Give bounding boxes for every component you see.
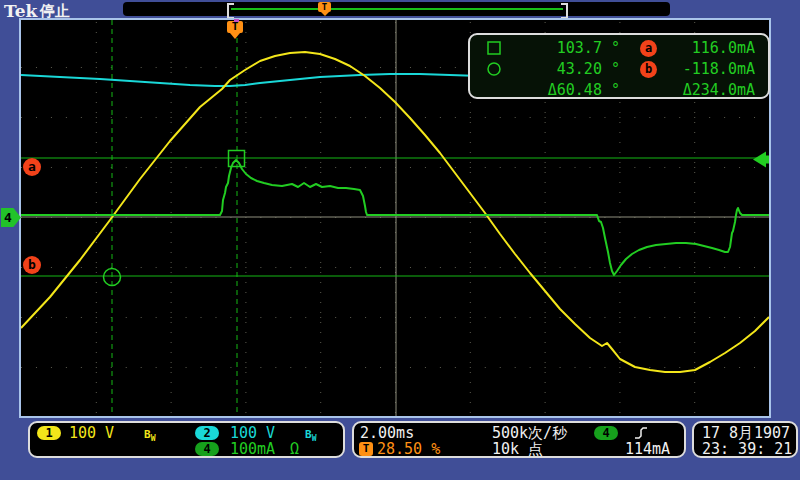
grid-dot (694, 132, 695, 133)
grid-dot (171, 312, 172, 313)
grid-dot (171, 292, 172, 293)
grid-dot (21, 317, 22, 318)
grid-dot (245, 312, 246, 313)
record-view-bar[interactable]: T (123, 2, 670, 16)
grid-dot (305, 267, 306, 268)
trigger-position-marker[interactable]: T (227, 21, 243, 33)
grid-dot (470, 202, 471, 203)
grid-dot (290, 117, 291, 118)
grid-dot (96, 62, 97, 63)
window-bracket-right[interactable] (561, 3, 568, 19)
grid-dot (81, 317, 82, 318)
grid-dot (754, 367, 755, 368)
cursor-a-marker[interactable]: a (23, 158, 41, 176)
grid-dot (560, 367, 561, 368)
grid-dot (186, 367, 187, 368)
ch1-scale: 100 V (69, 425, 114, 441)
grid-dot (754, 167, 755, 168)
grid-dot (694, 172, 695, 173)
grid-dot (619, 362, 620, 363)
grid-dot (245, 82, 246, 83)
cursor-a-amplitude: 116.0mA (635, 40, 755, 56)
ch4-badge: 4 (195, 442, 219, 456)
grid-dot (530, 167, 531, 168)
grid-dot (141, 317, 142, 318)
grid-dot (111, 367, 112, 368)
grid-dot (171, 22, 172, 23)
grid-dot (320, 132, 321, 133)
grid-dot (619, 112, 620, 113)
grid-dot (245, 322, 246, 323)
grid-dot (245, 342, 246, 343)
grid-dot (245, 92, 246, 93)
grid-dot (560, 267, 561, 268)
grid-dot (350, 267, 351, 268)
grid-dot (275, 367, 276, 368)
grid-dot (171, 272, 172, 273)
record-trigger-marker[interactable]: T (318, 2, 331, 12)
grid-dot (96, 342, 97, 343)
grid-dot (171, 162, 172, 163)
grid-dot (470, 172, 471, 173)
grid-dot (545, 267, 546, 268)
trigger-position-percent: 28.50 % (377, 441, 440, 457)
grid-dot (201, 317, 202, 318)
grid-dot (81, 167, 82, 168)
window-bracket-left[interactable] (227, 3, 234, 19)
grid-dot (245, 232, 246, 233)
grid-dot (186, 317, 187, 318)
grid-dot (96, 32, 97, 33)
grid-dot (694, 152, 695, 153)
grid-dot (245, 117, 246, 118)
trigger-level-arrow[interactable] (753, 152, 766, 168)
grid-dot (96, 272, 97, 273)
grid-dot (96, 322, 97, 323)
grid-dot (21, 117, 22, 118)
grid-dot (664, 267, 665, 268)
grid-dot (455, 167, 456, 168)
grid-dot (245, 132, 246, 133)
grid-dot (470, 267, 471, 268)
grid-dot (545, 312, 546, 313)
grid-dot (470, 262, 471, 263)
grid-dot (485, 267, 486, 268)
grid-dot (245, 317, 246, 318)
grid-dot (455, 117, 456, 118)
grid-dot (545, 302, 546, 303)
grid-dot (470, 112, 471, 113)
grid-dot (171, 412, 172, 413)
grid-dot (171, 252, 172, 253)
grid-dot (96, 282, 97, 283)
grid-dot (679, 267, 680, 268)
grid-dot (694, 342, 695, 343)
grid-dot (186, 267, 187, 268)
grid-dot (290, 167, 291, 168)
grid-dot (619, 332, 620, 333)
grid-dot (320, 312, 321, 313)
grid-dot (171, 262, 172, 263)
grid-dot (530, 367, 531, 368)
grid-dot (186, 67, 187, 68)
grid-dot (440, 317, 441, 318)
grid-dot (694, 102, 695, 103)
grid-dot (530, 117, 531, 118)
grid-dot (171, 242, 172, 243)
grid-dot (664, 167, 665, 168)
grid-dot (485, 167, 486, 168)
cursor-b-marker[interactable]: b (23, 256, 41, 274)
grid-dot (171, 192, 172, 193)
grid-dot (290, 267, 291, 268)
grid-dot (545, 332, 546, 333)
grid-dot (709, 317, 710, 318)
grid-dot (171, 67, 172, 68)
grid-dot (694, 402, 695, 403)
grid-dot (380, 317, 381, 318)
grid-dot (694, 362, 695, 363)
channel4-position-marker[interactable]: 4 (1, 208, 21, 227)
grid-dot (245, 62, 246, 63)
grid-dot (320, 102, 321, 103)
grid-dot (320, 332, 321, 333)
grid-dot (245, 72, 246, 73)
grid-dot (589, 117, 590, 118)
grid-dot (320, 367, 321, 368)
